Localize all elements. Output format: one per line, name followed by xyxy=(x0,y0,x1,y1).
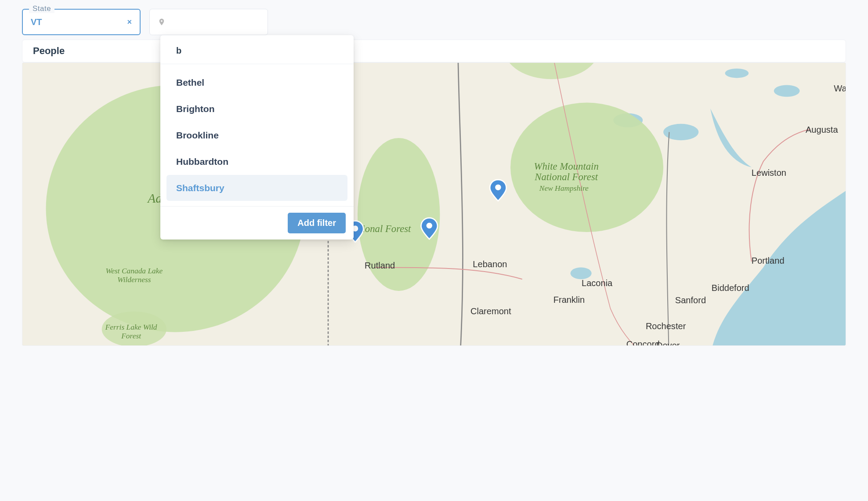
state-filter-value: VT xyxy=(31,17,42,27)
add-filter-button[interactable]: Add filter xyxy=(288,213,346,233)
map-city-label: Sanford xyxy=(675,295,706,305)
map-view[interactable]: White MountainNational ForestNational Fo… xyxy=(22,62,846,346)
svg-point-5 xyxy=(774,85,800,97)
svg-point-15 xyxy=(427,223,432,229)
city-option[interactable]: Brighton xyxy=(166,96,347,122)
city-option[interactable]: Hubbardton xyxy=(166,149,347,175)
city-options-list: Bethel Brighton Brookline Hubbardton Sha… xyxy=(160,64,354,207)
map-city-label: Lebanon xyxy=(473,259,507,269)
city-filter-input[interactable] xyxy=(149,9,268,35)
city-autocomplete-dropdown: b Bethel Brighton Brookline Hubbardton S… xyxy=(160,35,354,240)
map-city-label: Laconia xyxy=(582,278,613,288)
city-option-highlighted[interactable]: Shaftsbury xyxy=(166,175,347,201)
map-forest-label: New Hampshire xyxy=(539,184,589,192)
map-city-label: Franklin xyxy=(553,295,585,305)
city-option[interactable]: Brookline xyxy=(166,122,347,149)
state-filter-chip[interactable]: State VT × xyxy=(22,9,141,35)
map-city-label: Claremont xyxy=(470,306,511,316)
map-city-label: Dover xyxy=(656,341,680,345)
map-park-label: Wilderness xyxy=(117,275,151,284)
map-city-label: Portland xyxy=(752,256,785,265)
state-filter-clear-icon[interactable]: × xyxy=(127,18,132,27)
city-search-value: b xyxy=(160,35,354,64)
svg-point-14 xyxy=(495,185,501,190)
svg-point-1 xyxy=(571,267,592,279)
map-city-label: Augusta xyxy=(806,125,838,134)
map-city-label: Concord xyxy=(626,339,660,345)
people-panel-header: People xyxy=(22,40,846,62)
city-option[interactable]: Bethel xyxy=(166,69,347,96)
map-forest-label: White Mountain xyxy=(534,161,599,172)
map-city-label: Rutland xyxy=(365,261,395,270)
map-forest-label: National Forest xyxy=(534,171,598,182)
map-city-label: Biddeford xyxy=(712,283,749,293)
people-panel-title: People xyxy=(33,45,65,56)
location-pin-icon xyxy=(158,17,166,27)
map-park-label: Ferris Lake Wild xyxy=(105,323,157,331)
map-park-label: West Canada Lake xyxy=(105,266,163,275)
map-park-label: Forest xyxy=(121,331,141,340)
map-city-label: Lewiston xyxy=(752,168,786,178)
map-city-label: Wate xyxy=(834,84,846,93)
svg-point-4 xyxy=(725,69,749,78)
state-filter-label: State xyxy=(29,4,54,13)
map-svg: White MountainNational ForestNational Fo… xyxy=(22,63,846,345)
map-city-label: Rochester xyxy=(646,321,686,331)
